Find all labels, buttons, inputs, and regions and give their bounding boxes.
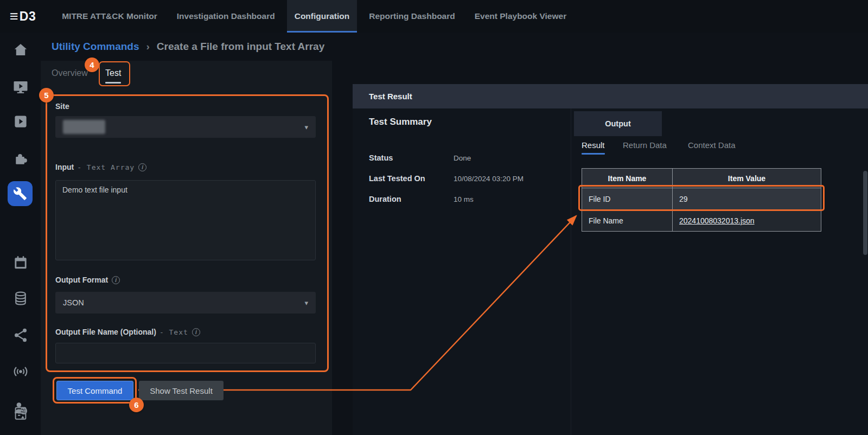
test-result-header: Test Result xyxy=(353,84,868,108)
incident-monitor-icon[interactable] xyxy=(12,79,29,95)
utility-tools-active-item[interactable] xyxy=(8,181,33,206)
top-nav: ≡ D3 MITRE ATT&CK Monitor Investigation … xyxy=(0,0,868,33)
column-header-item-name: Item Name xyxy=(582,169,672,188)
tab-return-data[interactable]: Return Data xyxy=(623,140,667,150)
status-label: Status xyxy=(369,153,393,162)
tab-test[interactable]: Test xyxy=(105,68,121,84)
show-test-result-button[interactable]: Show Test Result xyxy=(139,381,224,400)
wrench-icon xyxy=(13,187,27,201)
site-dropdown[interactable]: ▾ xyxy=(55,116,316,138)
integrations-puzzle-icon[interactable] xyxy=(12,150,29,167)
panel-divider xyxy=(571,108,571,435)
tab-result-underline xyxy=(582,153,605,155)
tab-result-label: Result xyxy=(582,140,605,150)
column-header-item-value: Item Value xyxy=(672,169,821,188)
nav-event-playbook-viewer[interactable]: Event Playbook Viewer xyxy=(467,0,574,33)
output-file-type-hint: - Text xyxy=(159,328,188,336)
breadcrumb: Utility Commands › Create a File from in… xyxy=(41,33,868,61)
tab-result[interactable]: Result xyxy=(582,140,605,155)
result-table: Item Name Item Value File ID 29 File Nam… xyxy=(582,168,821,232)
test-summary-title: Test Summary xyxy=(369,117,432,127)
breadcrumb-utility-commands[interactable]: Utility Commands xyxy=(52,41,139,53)
test-result-title: Test Result xyxy=(369,92,412,101)
table-cell-file-name-value: 20241008032013.json xyxy=(672,209,821,231)
vertical-scrollbar[interactable] xyxy=(863,171,867,255)
tab-output[interactable]: Output xyxy=(574,111,662,136)
annotation-step-5-badge: 5 xyxy=(39,88,54,103)
database-icon[interactable] xyxy=(12,290,29,306)
broadcast-signal-icon[interactable] xyxy=(12,363,29,380)
output-file-name-input[interactable] xyxy=(55,343,316,363)
tab-test-underline xyxy=(105,82,121,84)
input-textarea[interactable]: Demo text file input xyxy=(55,180,316,260)
nav-reporting-dashboard[interactable]: Reporting Dashboard xyxy=(361,0,462,33)
nav-configuration[interactable]: Configuration xyxy=(287,0,358,33)
chevron-down-icon: ▾ xyxy=(304,299,308,307)
duration-value: 10 ms xyxy=(454,195,474,203)
tab-overview[interactable]: Overview xyxy=(52,68,88,78)
playbook-player-icon[interactable] xyxy=(12,113,29,130)
breadcrumb-chevron-icon: › xyxy=(146,41,150,53)
test-result-panel: Test Result Test Summary Status Done Las… xyxy=(353,84,868,435)
d3-logo-mark: ≡ xyxy=(10,9,18,24)
table-cell-file-id-name: File ID xyxy=(582,188,672,209)
output-format-label: Output Formati xyxy=(55,276,120,284)
home-icon[interactable] xyxy=(12,42,29,58)
last-tested-value: 10/08/2024 03:20 PM xyxy=(454,175,524,183)
table-cell-file-id-value: 29 xyxy=(672,188,821,209)
annotation-step-4-badge: 4 xyxy=(85,57,99,72)
tab-context-data[interactable]: Context Data xyxy=(688,140,736,150)
left-icon-sidebar xyxy=(0,33,41,435)
d3-logo-text: D3 xyxy=(20,9,36,24)
output-format-value: JSON xyxy=(63,298,84,307)
annotation-step-6-badge: 6 xyxy=(129,398,144,412)
output-format-dropdown[interactable]: JSON ▾ xyxy=(55,292,316,314)
info-icon[interactable]: i xyxy=(192,328,200,336)
test-command-button[interactable]: Test Command xyxy=(56,381,133,400)
schedule-calendar-icon[interactable] xyxy=(12,254,29,271)
input-field-label: Input- Text Arrayi xyxy=(55,163,146,171)
duration-label: Duration xyxy=(369,195,401,203)
site-field-label: Site xyxy=(55,102,69,111)
table-cell-file-name-name: File Name xyxy=(582,209,672,231)
chevron-down-icon: ▾ xyxy=(304,123,308,131)
status-value: Done xyxy=(454,154,471,162)
d3-logo[interactable]: ≡ D3 xyxy=(10,9,36,24)
last-tested-label: Last Tested On xyxy=(369,174,425,183)
app-root: ≡ D3 MITRE ATT&CK Monitor Investigation … xyxy=(0,0,868,435)
site-selected-value-redacted xyxy=(63,120,105,134)
input-type-hint: - Text Array xyxy=(77,163,135,171)
share-nodes-icon[interactable] xyxy=(12,327,29,343)
file-download-link[interactable]: 20241008032013.json xyxy=(679,216,755,225)
page-title: Create a File from input Text Array xyxy=(157,41,324,53)
nav-mitre-attck-monitor[interactable]: MITRE ATT&CK Monitor xyxy=(54,0,165,33)
nav-investigation-dashboard[interactable]: Investigation Dashboard xyxy=(169,0,283,33)
test-form-panel: Overview Test Site ▾ Input- Text Arrayi … xyxy=(41,61,332,435)
reports-document-icon[interactable] xyxy=(12,405,29,421)
tab-test-label: Test xyxy=(105,68,121,78)
info-icon[interactable]: i xyxy=(112,276,120,284)
info-icon[interactable]: i xyxy=(138,163,146,171)
output-file-name-label: Output File Name (Optional)- Texti xyxy=(55,328,200,336)
